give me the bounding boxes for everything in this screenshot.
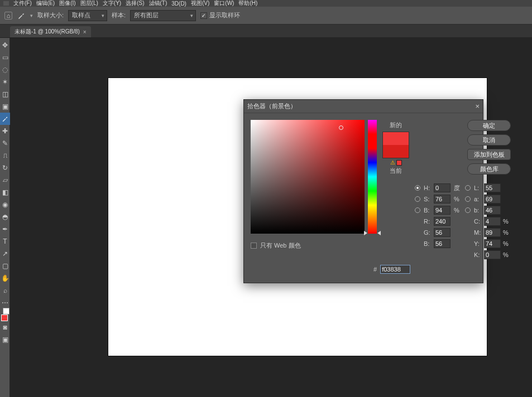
history-brush-tool-icon[interactable]: ↻ — [0, 162, 10, 174]
label-bc: B: — [424, 240, 432, 247]
input-k[interactable] — [484, 250, 501, 259]
type-tool-icon[interactable]: T — [0, 235, 10, 248]
background-color-swatch[interactable] — [3, 308, 9, 314]
menu-select[interactable]: 选择(S) — [126, 0, 144, 7]
gradient-tool-icon[interactable]: ◧ — [0, 186, 10, 198]
unit-m: % — [503, 229, 511, 236]
radio-l[interactable] — [465, 185, 471, 191]
menu-help[interactable]: 帮助(H) — [238, 0, 257, 7]
quickselect-tool-icon[interactable]: ✶ — [0, 76, 10, 88]
radio-b[interactable] — [465, 207, 471, 213]
color-fields: H:度 L: S:% a: B:% b: R: C:% G: M:% B: Y:… — [415, 183, 511, 259]
unit-c: % — [503, 218, 511, 225]
sv-marker[interactable] — [339, 125, 343, 130]
menu-layer[interactable]: 图层(L) — [80, 0, 98, 7]
chevron-down-icon[interactable]: ▾ — [30, 13, 33, 18]
input-bc[interactable] — [434, 239, 450, 248]
sample-layers-select[interactable]: 所有图层 — [130, 10, 196, 21]
input-c[interactable] — [484, 217, 501, 226]
menu-window[interactable]: 窗口(W) — [214, 0, 234, 7]
menu-file[interactable]: 文件(F) — [13, 0, 32, 7]
input-g[interactable] — [434, 228, 450, 237]
color-swatches[interactable] — [0, 312, 9, 321]
marquee-tool-icon[interactable]: ▭ — [0, 51, 10, 64]
home-icon[interactable]: ⌂ — [4, 12, 12, 20]
move-tool-icon[interactable]: ✥ — [0, 39, 10, 51]
frame-tool-icon[interactable]: ▣ — [0, 100, 10, 113]
input-l[interactable] — [484, 183, 501, 192]
input-s[interactable] — [434, 195, 450, 204]
canvas-area: 拾色器（前景色） × — [10, 38, 532, 397]
web-only-checkbox[interactable]: 只有 Web 颜色 — [251, 241, 377, 250]
unit-y: % — [503, 240, 511, 247]
cancel-button[interactable]: 取消 — [467, 134, 511, 146]
color-picker-dialog: 拾色器（前景色） × — [243, 99, 483, 283]
blur-tool-icon[interactable]: ◉ — [0, 198, 10, 211]
sample-label: 样本: — [112, 11, 126, 20]
label-b: b: — [474, 207, 482, 214]
sample-size-select[interactable]: 取样点 — [68, 10, 107, 21]
radio-bv[interactable] — [415, 207, 420, 213]
stamp-tool-icon[interactable]: ⎍ — [0, 149, 10, 162]
eyedropper-tool-icon[interactable] — [0, 113, 10, 125]
options-bar: ⌂ ▾ 取样大小: 取样点 样本: 所有图层 ✓ 显示取样环 — [0, 7, 532, 25]
label-r: R: — [424, 218, 432, 225]
input-y[interactable] — [484, 239, 501, 248]
radio-a[interactable] — [465, 196, 471, 202]
zoom-tool-icon[interactable]: ⌕ — [0, 284, 10, 297]
menu-view[interactable]: 视图(V) — [191, 0, 209, 7]
checkbox-icon — [251, 243, 257, 249]
label-a: a: — [474, 196, 482, 202]
dodge-tool-icon[interactable]: ◓ — [0, 211, 10, 223]
hex-input[interactable] — [380, 265, 410, 274]
hue-arrow-left-icon — [364, 231, 367, 235]
color-libraries-button[interactable]: 颜色库 — [467, 163, 511, 175]
quickmask-icon[interactable]: ◙ — [0, 321, 10, 333]
input-bv[interactable] — [434, 206, 450, 215]
close-icon[interactable]: × — [83, 29, 87, 35]
menu-3d[interactable]: 3D(D) — [171, 1, 186, 7]
more-tool-icon[interactable]: ⋯ — [0, 297, 10, 309]
brush-tool-icon[interactable]: ✎ — [0, 137, 10, 149]
crop-tool-icon[interactable]: ◫ — [0, 88, 10, 100]
hex-row: # — [373, 265, 511, 274]
close-icon[interactable]: × — [475, 102, 480, 110]
heal-tool-icon[interactable]: ✚ — [0, 125, 10, 137]
menu-type[interactable]: 文字(Y) — [103, 0, 121, 7]
menu-filter[interactable]: 滤镜(T) — [149, 0, 167, 7]
menu-image[interactable]: 图像(I) — [59, 0, 75, 7]
radio-h[interactable] — [415, 185, 420, 191]
input-b[interactable] — [484, 206, 501, 215]
foreground-color-swatch[interactable] — [1, 314, 8, 321]
gamut-warning[interactable]: ⚠ — [390, 159, 402, 166]
current-color-swatch[interactable] — [383, 145, 409, 158]
label-k: K: — [474, 251, 482, 258]
input-h[interactable] — [434, 183, 450, 192]
screenmode-icon[interactable]: ▣ — [0, 333, 10, 346]
radio-s[interactable] — [415, 196, 420, 202]
document-tab[interactable]: 未标题-1 @ 100%(RGB/8) × — [10, 26, 91, 37]
input-a[interactable] — [484, 195, 501, 204]
shape-tool-icon[interactable]: ▢ — [0, 260, 10, 272]
hand-tool-icon[interactable]: ✋ — [0, 272, 10, 284]
unit-k: % — [503, 251, 511, 258]
eraser-tool-icon[interactable]: ▱ — [0, 174, 10, 186]
show-sampling-ring-checkbox[interactable]: ✓ 显示取样环 — [200, 11, 240, 20]
show-ring-label: 显示取样环 — [209, 11, 240, 20]
eyedropper-tool-icon[interactable] — [17, 11, 26, 20]
tools-panel: ✥ ▭ ◌ ✶ ◫ ▣ ✚ ✎ ⎍ ↻ ▱ ◧ ◉ ◓ ✒ T ↗ ▢ ✋ ⌕ … — [0, 38, 10, 397]
add-to-swatches-button[interactable]: 添加到色板 — [467, 149, 511, 160]
menu-edit[interactable]: 编辑(E) — [36, 0, 55, 7]
path-tool-icon[interactable]: ↗ — [0, 248, 10, 260]
dialog-titlebar[interactable]: 拾色器（前景色） × — [244, 100, 483, 113]
lasso-tool-icon[interactable]: ◌ — [0, 64, 10, 76]
input-r[interactable] — [434, 217, 450, 226]
input-m[interactable] — [484, 228, 501, 237]
hue-arrow-right-icon — [377, 231, 381, 235]
ok-button[interactable]: 确定 — [467, 120, 511, 131]
label-m: M: — [474, 229, 482, 236]
pen-tool-icon[interactable]: ✒ — [0, 223, 10, 235]
saturation-value-field[interactable] — [251, 120, 365, 234]
new-color-swatch[interactable] — [383, 132, 409, 145]
hue-slider[interactable] — [368, 120, 377, 234]
